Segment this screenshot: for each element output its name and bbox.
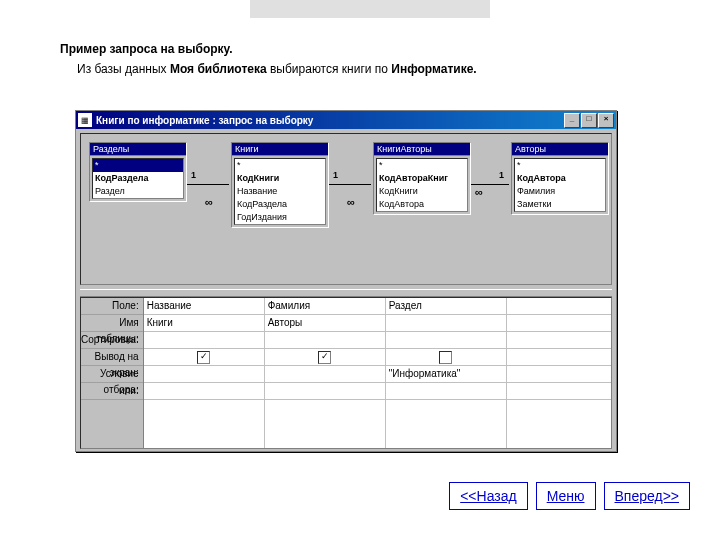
minimize-button[interactable]: _ xyxy=(564,113,580,128)
menu-button[interactable]: Меню xyxy=(536,482,596,510)
slide-subtext: Из базы данных Моя библиотека выбираются… xyxy=(77,62,477,76)
grid-column[interactable] xyxy=(507,298,612,448)
grid-column[interactable]: НазваниеКниги✓ xyxy=(144,298,265,448)
table-header[interactable]: Авторы xyxy=(512,143,608,156)
rel-one-icon: 1 xyxy=(333,170,338,180)
nav-buttons: <<Назад Меню Вперед>> xyxy=(449,482,690,510)
forward-button[interactable]: Вперед>> xyxy=(604,482,691,510)
relationship-line[interactable] xyxy=(471,184,509,185)
slide-heading: Пример запроса на выборку. xyxy=(60,42,233,56)
rel-many-icon: ∞ xyxy=(347,196,355,208)
rel-many-icon: ∞ xyxy=(205,196,213,208)
back-button[interactable]: <<Назад xyxy=(449,482,527,510)
window-icon: ▦ xyxy=(78,113,92,127)
show-checkbox[interactable]: ✓ xyxy=(318,351,331,364)
window-titlebar[interactable]: ▦ Книги по информатике : запрос на выбор… xyxy=(76,111,616,129)
maximize-button[interactable]: □ xyxy=(581,113,597,128)
grid-row-labels: Поле: Имя таблицы: Сортировка: Вывод на … xyxy=(81,298,144,448)
grid-column[interactable]: Раздел"Информатика" xyxy=(386,298,507,448)
show-checkbox[interactable] xyxy=(439,351,452,364)
relationship-pane[interactable]: Разделы * КодРаздела Раздел Книги * КодК… xyxy=(80,133,612,285)
pane-splitter[interactable] xyxy=(80,289,612,297)
table-header[interactable]: Разделы xyxy=(90,143,186,156)
relationship-line[interactable] xyxy=(329,184,371,185)
query-designer-window: ▦ Книги по информатике : запрос на выбор… xyxy=(75,110,617,452)
table-header[interactable]: КнигиАвторы xyxy=(374,143,470,156)
window-title: Книги по информатике : запрос на выборку xyxy=(96,115,563,126)
rel-one-icon: 1 xyxy=(191,170,196,180)
relationship-line[interactable] xyxy=(187,184,229,185)
table-knigiavtory[interactable]: КнигиАвторы * КодАвтораКниг КодКниги Код… xyxy=(373,142,471,215)
grid-column[interactable]: ФамилияАвторы✓ xyxy=(265,298,386,448)
table-knigi[interactable]: Книги * КодКниги Название КодРаздела Год… xyxy=(231,142,329,228)
table-avtory[interactable]: Авторы * КодАвтора Фамилия Заметки xyxy=(511,142,609,215)
show-checkbox[interactable]: ✓ xyxy=(197,351,210,364)
rel-many-icon: ∞ xyxy=(475,186,483,198)
close-button[interactable]: × xyxy=(598,113,614,128)
table-header[interactable]: Книги xyxy=(232,143,328,156)
table-razdely[interactable]: Разделы * КодРаздела Раздел xyxy=(89,142,187,202)
decorative-bar xyxy=(250,0,490,18)
rel-one-icon: 1 xyxy=(499,170,504,180)
query-grid: Поле: Имя таблицы: Сортировка: Вывод на … xyxy=(80,297,612,449)
